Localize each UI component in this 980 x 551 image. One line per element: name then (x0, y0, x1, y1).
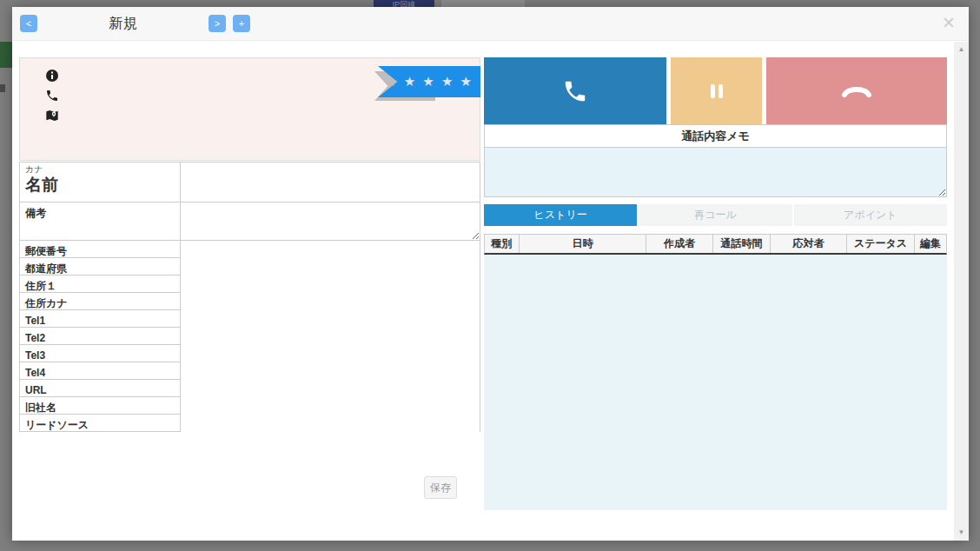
former-company-label: 旧社名 (25, 402, 56, 414)
tel2-input[interactable] (181, 329, 480, 345)
postal-code-label: 郵便番号 (25, 245, 67, 257)
history-table-header: 種別 日時 作成者 通話時間 応対者 ステータス 編集 (484, 234, 947, 255)
name-label-cell: カナ 名前 (20, 163, 181, 202)
url-input[interactable] (181, 381, 480, 397)
address1-label: 住所１ (25, 280, 56, 292)
hold-button[interactable] (671, 57, 762, 124)
modal-scrollbar[interactable]: ▲ ▼ (954, 42, 969, 541)
name-label: 名前 (25, 175, 180, 196)
tel2-label: Tel2 (25, 332, 45, 344)
scroll-up-icon[interactable]: ▲ (954, 43, 969, 56)
hangup-button[interactable] (766, 57, 947, 124)
former-company-input[interactable] (181, 398, 480, 415)
name-input[interactable] (181, 163, 480, 202)
prev-record-button[interactable]: < (20, 15, 37, 32)
lead-source-input[interactable] (181, 415, 480, 432)
pause-icon (707, 82, 726, 101)
col-datetime: 日時 (520, 235, 646, 253)
call-memo-textarea[interactable] (484, 147, 947, 197)
form-row: Tel3 (20, 345, 480, 362)
form-row: URL (20, 380, 480, 397)
call-button[interactable] (484, 57, 666, 124)
customer-form: カナ 名前 備考 郵便番号 都道府県 住所１ 住所カナ Tel1 (19, 162, 480, 432)
call-panel: 通話内容メモ ヒストリー 再コール アポイント 種別 日時 作成者 通話時間 応… (484, 57, 947, 510)
map-icon (45, 109, 59, 123)
profile-card: ★ ★ ★ ★ ★ (19, 57, 480, 161)
form-row: リードソース (20, 415, 480, 432)
phone-icon (45, 89, 59, 103)
tel4-input[interactable] (181, 363, 480, 380)
save-button[interactable]: 保存 (424, 476, 457, 499)
col-creator: 作成者 (646, 235, 713, 253)
profile-card-icons (43, 69, 62, 123)
col-duration: 通話時間 (713, 235, 771, 253)
page-title: 新規 (109, 15, 138, 33)
tel3-label: Tel3 (25, 349, 45, 362)
tab-recall[interactable]: 再コール (639, 204, 791, 226)
col-type: 種別 (485, 235, 520, 253)
address1-input[interactable] (181, 276, 480, 293)
close-icon[interactable]: × (943, 12, 955, 33)
tel4-label: Tel4 (25, 367, 45, 379)
url-label: URL (25, 384, 47, 396)
info-icon (45, 69, 59, 83)
form-row: 住所１ (20, 276, 480, 293)
kana-label: カナ (25, 164, 180, 175)
call-memo-title: 通話内容メモ (484, 124, 947, 147)
form-row-memo: 備考 (20, 202, 480, 241)
memo-textarea[interactable] (181, 202, 480, 240)
col-status: ステータス (847, 235, 915, 253)
rating-ribbon: ★ ★ ★ ★ ★ (374, 66, 480, 103)
form-row: 住所カナ (20, 293, 480, 310)
memo-label: 備考 (25, 207, 46, 219)
history-tabs: ヒストリー 再コール アポイント (484, 204, 947, 226)
backdrop-ip-line-chip: IP回線 (374, 0, 434, 7)
form-row: Tel4 (20, 362, 480, 380)
history-table: 種別 日時 作成者 通話時間 応対者 ステータス 編集 (484, 234, 947, 510)
hangup-icon (839, 81, 874, 102)
prefecture-input[interactable] (181, 259, 480, 276)
form-row: 都道府県 (20, 258, 480, 276)
lead-source-label: リードソース (25, 419, 89, 431)
col-edit: 編集 (915, 235, 946, 253)
form-row: 郵便番号 (20, 241, 480, 258)
add-record-button[interactable]: + (233, 15, 250, 32)
form-row: Tel1 (20, 310, 480, 328)
next-record-button[interactable]: > (209, 15, 226, 32)
modal-header: < 新規 > + (12, 7, 969, 41)
backdrop-ghost-tab (441, 0, 525, 7)
address-kana-input[interactable] (181, 294, 480, 310)
form-row-name: カナ 名前 (20, 163, 480, 202)
address-kana-label: 住所カナ (25, 297, 68, 309)
tel1-input[interactable] (181, 311, 480, 328)
prefecture-label: 都道府県 (25, 262, 67, 275)
scroll-down-icon[interactable]: ▼ (954, 527, 969, 539)
tab-appointment[interactable]: アポイント (794, 204, 947, 226)
form-row: 旧社名 (20, 397, 480, 415)
backdrop-green-block (0, 42, 12, 68)
tel1-label: Tel1 (25, 315, 45, 327)
col-agent: 応対者 (771, 235, 847, 253)
call-controls (484, 57, 947, 124)
postal-code-input[interactable] (181, 242, 480, 258)
rating-stars: ★ ★ ★ ★ ★ (385, 74, 473, 90)
form-row: Tel2 (20, 328, 480, 345)
history-table-body (484, 255, 947, 510)
backdrop-list-item (0, 84, 5, 92)
new-record-modal: < 新規 > + × ★ ★ ★ ★ ★ (12, 7, 969, 541)
call-icon (562, 78, 588, 104)
tab-history[interactable]: ヒストリー (484, 204, 637, 226)
tel3-input[interactable] (181, 346, 480, 362)
